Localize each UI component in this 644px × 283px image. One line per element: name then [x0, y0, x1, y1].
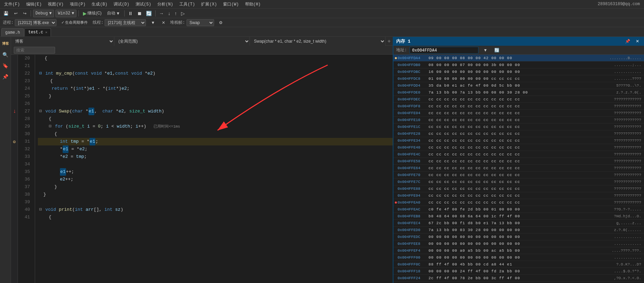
continue-btn[interactable]: ▶ 继续(C) — [81, 10, 104, 17]
var-e2: e2 — [147, 70, 153, 77]
brace-25: } — [43, 92, 51, 100]
memory-addr-dropdown[interactable]: ▼ — [481, 47, 489, 53]
memory-close-btn[interactable]: ✕ — [634, 38, 641, 44]
space3 — [129, 70, 131, 77]
menu-test[interactable]: 测试(S) — [133, 1, 154, 8]
memory-row-ffdf8: 0x004FFDF8 cc cc cc cc cc cc cc cc cc cc… — [393, 103, 644, 110]
kw-return: return — [52, 85, 68, 92]
memory-address-input[interactable] — [410, 47, 478, 54]
search-input[interactable] — [14, 47, 55, 54]
code-line-34 — [38, 161, 393, 168]
sidebar-bookmark-icon[interactable]: 🔖 — [1, 62, 10, 70]
step-out-btn[interactable]: ↑ — [173, 10, 178, 17]
addr-ffedc: 0x004FFEDC — [398, 233, 429, 240]
bytes-ffed0: 7a 13 bb 00 03 30 28 00 00 00 00 00 — [429, 227, 598, 233]
code-line-23: { — [38, 77, 393, 85]
step-over-btn[interactable]: → — [158, 10, 165, 17]
memory-row-ffe4c: 0x004FFE4C cc cc cc cc cc cc cc cc cc cc… — [393, 151, 644, 158]
memory-row-ffe64: 0x004FFE64 cc cc cc cc cc cc cc cc cc cc… — [393, 165, 644, 172]
gutter-21 — [11, 62, 18, 70]
kw-void-40: void — [45, 206, 56, 214]
platform-dropdown[interactable]: Win32 ▼ — [55, 10, 76, 17]
memory-pin-btn[interactable]: 📌 — [623, 38, 632, 44]
sidebar-blogger-icon[interactable]: 博客 — [1, 40, 10, 48]
ln-34: 34 — [18, 161, 32, 168]
undo-btn[interactable]: ↩ — [12, 10, 20, 17]
filter-btn[interactable]: ▼ — [149, 20, 157, 26]
redo-btn[interactable]: ↪ — [21, 10, 29, 17]
var-e2-24: e2 — [122, 85, 127, 92]
bytes-fff18: 00 00 00 00 24 ff 4f 00 fd 2a bb 00 — [429, 268, 598, 275]
tab-game-h[interactable]: game.h — [1, 28, 24, 36]
menu-debug[interactable]: 调试(D) — [111, 1, 132, 8]
run-cursor-btn[interactable]: ▷ — [180, 10, 186, 17]
scope-select[interactable]: (全局范围) — [114, 37, 250, 46]
gutter-25 — [11, 92, 18, 100]
thread-dropdown[interactable]: [21716] 主线程 — [105, 19, 146, 26]
space-40c — [113, 206, 115, 214]
ascii-fff00: ............ — [598, 254, 643, 261]
menu-tools[interactable]: 工具(T) — [177, 1, 198, 8]
debug-mode-dropdown[interactable]: Debug ▼ — [33, 10, 54, 17]
bytes-fff30: 29 fa 7a 76 00 00 00 10 fa 6a 00 00 — [429, 282, 598, 283]
code-line-26 — [38, 100, 393, 108]
menu-edit[interactable]: 编辑(E) — [23, 1, 45, 8]
ascii-ffeac: ??O.?-?..... — [598, 206, 643, 213]
memory-content[interactable]: 0x004FFDA4 09 00 00 00 08 00 00 42 00 00… — [393, 55, 644, 283]
memory-row-ffdec: 0x004FFDEC cc cc cc cc cc cc cc cc cc cc… — [393, 96, 644, 103]
code-body[interactable]: { ⊟ int my_cmp ( const void * — [35, 55, 393, 283]
menu-project[interactable]: 项目(P) — [67, 1, 88, 8]
fold-40: ⊟ — [39, 206, 45, 214]
add-watchpoint-btn[interactable]: + — [386, 37, 393, 45]
step-into-btn[interactable]: ↓ — [167, 10, 172, 17]
current-marker-31: ⊙ — [13, 139, 15, 145]
ascii-ffe4c: ???????????? — [598, 151, 643, 158]
memory-refresh-btn[interactable]: 🔄 — [492, 47, 502, 53]
menu-build[interactable]: 生成(B) — [89, 1, 110, 8]
code-line-31: int tmp = * e1 ; — [38, 138, 393, 145]
ascii-ffe10: ???????????? — [598, 117, 643, 123]
menu-view[interactable]: 视图(V) — [45, 1, 66, 8]
sidebar-pin-icon[interactable]: 📌 — [1, 73, 10, 81]
code-line-25: } — [38, 92, 393, 100]
stack-options-btn[interactable]: ⚙ — [217, 20, 225, 26]
code-line-29: ⊟ for ( size_t i = 0 ; i < width ; i ++) — [38, 123, 393, 130]
fold-29: ⊟ — [49, 123, 54, 130]
save-btn[interactable]: 💾 — [1, 10, 11, 17]
menu-window[interactable]: 窗口(W) — [220, 1, 242, 8]
auto-label: 自动 — [107, 10, 115, 16]
menu-file[interactable]: 文件(F) — [1, 1, 23, 8]
menu-analyze[interactable]: 分析(N) — [155, 1, 176, 8]
kw-void: void — [91, 70, 102, 77]
bytes-fff24: 2c ff 4f 00 78 2e bb 00 3c ff 4f 00 — [429, 275, 598, 282]
stop-btn[interactable]: ⏹ — [136, 10, 143, 17]
tab-test-c[interactable]: test.c ✕ — [24, 28, 51, 36]
op-29: ( — [63, 123, 68, 130]
thread-section: 线程: [21716] 主线程 — [93, 19, 146, 26]
lifecycle-btn[interactable]: ✓ 生命周期事件 — [59, 19, 90, 26]
space-27 — [56, 108, 59, 115]
ascii-ffdec: ???????????? — [598, 96, 643, 103]
process-label: 进程: — [3, 20, 13, 25]
restart-btn[interactable]: 🔄 — [145, 10, 153, 17]
thread-label: 线程: — [93, 20, 103, 25]
menu-help[interactable]: 帮助(H) — [242, 1, 264, 8]
function-select[interactable]: Swap(char * e1, char * e2, size_t width) — [250, 37, 386, 46]
brace-30: { — [54, 130, 57, 138]
file-context-select[interactable]: 博客 — [11, 37, 114, 46]
sidebar-search-icon[interactable]: 🔍 — [1, 51, 10, 59]
menu-extensions[interactable]: 扩展(X) — [198, 1, 220, 8]
ascii-fff18: ....$.O.?*?. — [598, 268, 643, 275]
gutter-27: ↓ — [11, 108, 18, 115]
auto-btn[interactable]: 自动 ▼ — [105, 10, 122, 17]
type-size_t-29: size_t — [68, 123, 85, 130]
editor-toolbar: 博客 (全局范围) Swap(char * e1, char * e2, siz… — [11, 37, 393, 46]
ln-39: 39 — [18, 198, 32, 206]
filter-btn2[interactable]: ✕ — [160, 20, 167, 26]
tab-test-c-close[interactable]: ✕ — [45, 30, 47, 34]
pause-btn[interactable]: ⏸ — [127, 10, 134, 17]
memory-header-left: 内存 1 — [396, 38, 411, 44]
stack-dropdown[interactable]: Swap — [187, 19, 214, 26]
process-dropdown[interactable]: [12012] 博客.exe — [15, 19, 56, 26]
memory-row-ffec4: 0x004FFEC4 67 2c bb 00 f1 d8 b0 e1 7a 13… — [393, 220, 644, 227]
